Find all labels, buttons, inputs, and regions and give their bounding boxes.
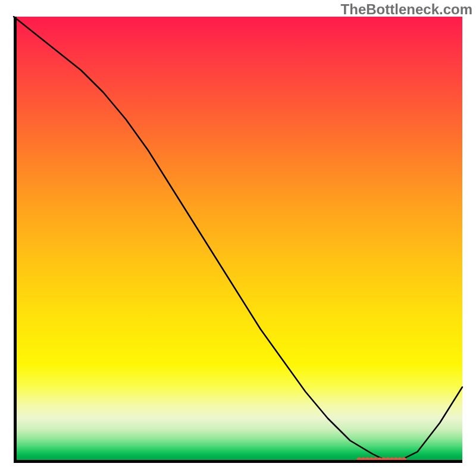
watermark-text: TheBottleneck.com bbox=[341, 1, 472, 18]
chart-svg bbox=[14, 17, 462, 463]
plot-area bbox=[14, 17, 462, 463]
minimum-dot bbox=[402, 458, 406, 462]
bottleneck-curve bbox=[14, 17, 462, 461]
chart-frame: TheBottleneck.com bbox=[0, 0, 476, 476]
